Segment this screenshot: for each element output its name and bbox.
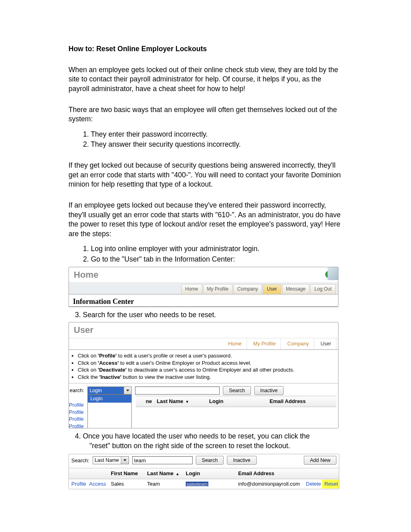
tab2-company[interactable]: Company [282, 339, 314, 349]
tab2-home[interactable]: Home [223, 339, 247, 349]
profile-link[interactable]: Profile [69, 416, 84, 423]
row-access-link[interactable]: Access [87, 480, 108, 488]
step-3: 3. Search for the user who needs to be r… [68, 310, 342, 320]
reason-item-1: 1. They enter their password incorrectly… [83, 130, 342, 139]
paragraph-intro-1: When an employee gets locked out of thei… [68, 65, 342, 94]
step-4-continued: "reset" button on the right side of the … [68, 441, 342, 451]
dropdown-option-company-code[interactable]: Company Code [88, 426, 131, 429]
help-bullet-access: Click on 'Access' to edit a user's Onlin… [78, 360, 334, 367]
col-login[interactable]: Login [183, 469, 236, 478]
page-title: How to: Reset Online Employer Lockouts [68, 44, 342, 54]
dropdown-option-last-name[interactable]: Last Name [88, 403, 131, 410]
step-4: 4. Once you have located the user who ne… [68, 432, 342, 441]
tab-my-profile[interactable]: My Profile [203, 284, 232, 293]
row-reset-link[interactable]: Reset [322, 480, 339, 488]
user-page-tabstrip: Home My Profile Company User [69, 339, 338, 350]
step-1: 1. Log into online employer with your ad… [83, 244, 342, 254]
col-ne: ne [136, 397, 154, 406]
paragraph-610: If an employee gets locked out because t… [68, 201, 342, 239]
sort-desc-icon: ▾ [186, 399, 188, 405]
tab-user[interactable]: User [263, 284, 281, 293]
screenshot-home-tabs: Home ? Home My Profile Company User Mess… [68, 267, 338, 307]
info-center-tabstrip: Home My Profile Company User Message Log… [69, 283, 338, 294]
profile-link[interactable]: Profile [69, 423, 84, 428]
dropdown-option-first-name[interactable]: First Name [88, 410, 131, 418]
tab-home[interactable]: Home [181, 284, 202, 293]
row-login-link[interactable]: salesteam [186, 482, 208, 486]
results-grid-header: First Name Last Name ▴ Login Email Addre… [69, 468, 339, 479]
screenshot-search-results: Search: Last Name Search Inactive Add Ne… [68, 454, 339, 489]
dropdown-option-login[interactable]: Login [88, 395, 131, 403]
search-input[interactable] [135, 387, 220, 395]
tab-log-out[interactable]: Log Out [310, 284, 336, 293]
lockout-reasons-list: 1. They enter their password incorrectly… [68, 130, 342, 150]
users-grid-header: ne Last Name ▾ Login Email Address [136, 396, 336, 407]
help-bullet-inactive: Click the 'Inactive' button to view the … [78, 374, 334, 381]
col-email[interactable]: Email Address [267, 397, 336, 406]
step-2: 2. Go to the "User" tab in the Informati… [83, 255, 342, 264]
col-last-name[interactable]: Last Name ▴ [145, 469, 183, 478]
add-new-button[interactable]: Add New [304, 456, 336, 465]
search-type-selected: Last Name [95, 457, 119, 464]
information-center-heading: Information Center [69, 294, 338, 307]
dropdown-option-email-address[interactable]: Email Address [88, 418, 131, 426]
row-last-name: Team [145, 480, 183, 488]
tab-company[interactable]: Company [233, 284, 262, 293]
row-profile-link[interactable]: Profile [69, 480, 87, 488]
paragraph-400: If they get locked out because of securi… [68, 161, 342, 189]
col-login[interactable]: Login [207, 397, 267, 406]
help-bullet-deactivate: Click on 'Deactivate' to deactivate a us… [78, 366, 334, 374]
help-bullet-profile: Click on 'Profile' to edit a user's prof… [78, 352, 334, 360]
window-corner-decoration [328, 267, 338, 280]
search-button[interactable]: Search [223, 386, 251, 395]
steps-1-2: 1. Log into online employer with your ad… [68, 244, 342, 264]
search-type-selected: Login [89, 387, 102, 394]
screenshot-user-page: User Home My Profile Company User Click … [68, 322, 338, 428]
chevron-down-icon [121, 457, 129, 464]
profile-link[interactable]: Profile [69, 409, 84, 416]
col-last-name[interactable]: Last Name ▾ [154, 397, 207, 406]
reason-item-2: 2. They answer their security questions … [83, 140, 342, 150]
inactive-button[interactable]: Inactive [254, 386, 284, 395]
search-input[interactable] [132, 456, 193, 464]
chevron-down-icon [124, 387, 131, 394]
search-type-select[interactable]: Login Login Last Name First Name Email A… [87, 387, 132, 395]
search-type-dropdown-panel[interactable]: Login Last Name First Name Email Address… [87, 395, 132, 428]
col-email[interactable]: Email Address [236, 469, 303, 478]
profile-link[interactable]: Profile [69, 401, 84, 409]
search-type-select[interactable]: Last Name [93, 456, 129, 464]
search-label: earch: [70, 387, 84, 394]
sort-asc-icon: ▴ [176, 471, 179, 477]
row-first-name: Sales [108, 480, 145, 488]
user-page-help-bullets: Click on 'Profile' to edit a user's prof… [69, 350, 338, 384]
row-delete-link[interactable]: Delete [303, 480, 322, 488]
col-first-name[interactable]: First Name [108, 469, 145, 478]
search-label: Search: [71, 457, 89, 464]
tab2-my-profile[interactable]: My Profile [249, 339, 281, 349]
page-header-home: Home [74, 269, 98, 281]
inactive-button[interactable]: Inactive [227, 456, 256, 465]
user-page-header: User [74, 324, 93, 336]
search-button[interactable]: Search [196, 456, 224, 465]
row-email: info@dominionpayroll.com [236, 480, 303, 488]
paragraph-intro-2: There are two basic ways that an employe… [68, 105, 342, 124]
tab-message[interactable]: Message [282, 284, 310, 293]
table-row: Profile Access Sales Team salesteam info… [69, 479, 339, 489]
tab2-user[interactable]: User [316, 339, 336, 349]
